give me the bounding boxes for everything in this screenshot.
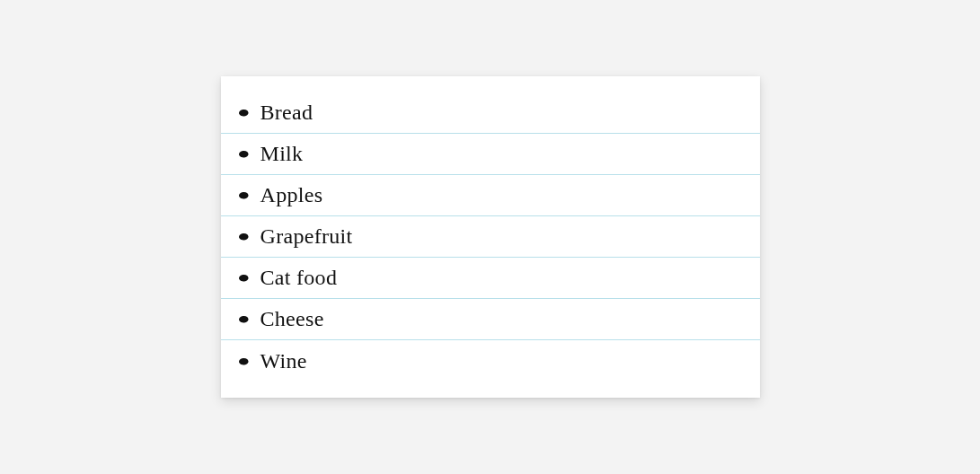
bullet-icon bbox=[238, 191, 248, 198]
bullet-icon bbox=[238, 150, 248, 157]
list-item: Cat food bbox=[221, 258, 760, 299]
list-item-label: Milk bbox=[260, 142, 304, 166]
list-item-label: Grapefruit bbox=[260, 224, 353, 249]
list-item-label: Apples bbox=[260, 183, 323, 207]
list-item: Cheese bbox=[221, 299, 760, 340]
list-item-label: Cat food bbox=[260, 266, 338, 290]
bullet-icon bbox=[238, 315, 248, 322]
bullet-icon bbox=[238, 274, 248, 281]
list-item: Milk bbox=[221, 134, 760, 175]
note-card: Bread Milk Apples Grapefruit Cat food Ch… bbox=[221, 76, 760, 398]
list-item-label: Bread bbox=[260, 101, 313, 125]
list-item: Bread bbox=[221, 92, 760, 134]
list-item: Wine bbox=[221, 340, 760, 382]
bullet-icon bbox=[238, 233, 248, 240]
list-item-label: Wine bbox=[260, 349, 307, 373]
list-item-label: Cheese bbox=[260, 307, 324, 331]
bullet-icon bbox=[238, 109, 248, 116]
list-item: Apples bbox=[221, 175, 760, 216]
bullet-icon bbox=[238, 357, 248, 364]
shopping-list: Bread Milk Apples Grapefruit Cat food Ch… bbox=[221, 92, 760, 382]
list-item: Grapefruit bbox=[221, 216, 760, 258]
